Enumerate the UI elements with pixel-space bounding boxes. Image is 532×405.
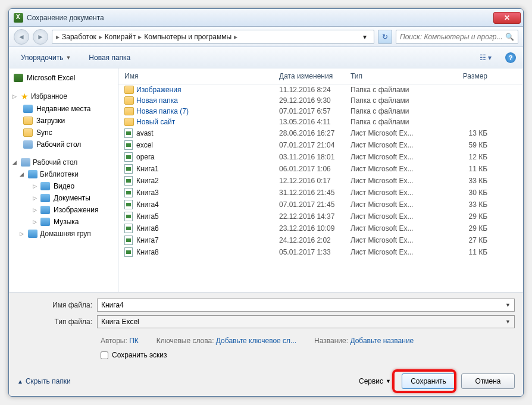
file-name: Книга6 [136, 224, 279, 233]
organize-button[interactable]: Упорядочить▼ [16, 51, 76, 64]
excel-file-icon [124, 152, 136, 162]
file-row[interactable]: Книга4 07.01.2017 21:45 Лист Microsoft E… [118, 199, 523, 211]
hide-folders-button[interactable]: ▲Скрыть папки [17, 377, 71, 385]
filetype-field[interactable]: Книга Excel ▼ [97, 315, 515, 328]
sidebar-homegroup[interactable]: ▷Домашняя груп [9, 228, 118, 240]
col-size[interactable]: Размер [440, 72, 487, 80]
file-type: Лист Microsoft Ex... [351, 177, 440, 185]
search-input[interactable] [400, 33, 503, 41]
file-row[interactable]: Изображения 11.12.2016 8:24 Папка с файл… [118, 84, 523, 95]
cancel-button[interactable]: Отмена [461, 373, 515, 389]
file-date: 28.06.2016 16:27 [279, 129, 351, 137]
file-row[interactable]: avast 28.06.2016 16:27 Лист Microsoft Ex… [118, 127, 523, 139]
file-size: 59 КБ [440, 141, 487, 149]
file-date: 11.12.2016 8:24 [279, 86, 351, 94]
sidebar: Microsoft Excel ▷★Избранное Недавние мес… [9, 68, 118, 292]
file-type: Лист Microsoft Ex... [351, 200, 440, 209]
file-row[interactable]: Книга8 05.01.2017 1:33 Лист Microsoft Ex… [118, 246, 523, 258]
excel-file-icon [124, 176, 136, 186]
keywords-label: Ключевые слова: [157, 337, 214, 345]
breadcrumb-item[interactable]: Компьютеры и программы [144, 33, 231, 41]
search-icon: 🔍 [505, 33, 514, 41]
file-row[interactable]: Книга7 24.12.2016 2:02 Лист Microsoft Ex… [118, 234, 523, 246]
sidebar-favorites[interactable]: ▷★Избранное [9, 90, 118, 103]
sidebar-app[interactable]: Microsoft Excel [9, 72, 118, 84]
thumbnail-label: Сохранить эскиз [112, 351, 167, 359]
sidebar-item-sync[interactable]: Sync [9, 127, 118, 139]
sidebar-item-video[interactable]: ▷Видео [9, 180, 118, 192]
filename-input[interactable] [101, 301, 511, 309]
folder-icon [124, 96, 136, 105]
col-type[interactable]: Тип [351, 72, 440, 80]
sidebar-item-documents[interactable]: ▷Документы [9, 192, 118, 204]
file-date: 31.12.2016 21:45 [279, 189, 351, 197]
keywords-value[interactable]: Добавьте ключевое сл... [216, 337, 296, 345]
thumbnail-checkbox[interactable] [101, 351, 108, 359]
file-date: 29.12.2016 9:30 [279, 96, 351, 105]
close-button[interactable]: ✕ [493, 12, 521, 24]
filename-dropdown[interactable]: ▼ [505, 302, 511, 308]
file-size: 13 КБ [440, 129, 487, 137]
file-size: 33 КБ [440, 200, 487, 209]
file-row[interactable]: opera 03.11.2016 18:01 Лист Microsoft Ex… [118, 151, 523, 163]
file-type: Папка с файлами [351, 86, 440, 94]
file-row[interactable]: Книга3 31.12.2016 21:45 Лист Microsoft E… [118, 187, 523, 199]
file-date: 05.01.2017 1:33 [279, 248, 351, 256]
file-row[interactable]: Новый сайт 13.05.2016 4:11 Папка с файла… [118, 117, 523, 127]
service-button[interactable]: Сервис▼ [354, 375, 396, 387]
col-date[interactable]: Дата изменения [279, 72, 351, 80]
refresh-button[interactable]: ↻ [378, 30, 392, 44]
file-row[interactable]: Книга5 22.12.2016 14:37 Лист Microsoft E… [118, 211, 523, 222]
filetype-dropdown[interactable]: ▼ [505, 319, 511, 325]
file-date: 06.01.2017 1:06 [279, 165, 351, 173]
breadcrumb-sep: ▸ [56, 33, 60, 41]
title-label: Название: [314, 337, 348, 345]
file-row[interactable]: Книга2 12.12.2016 0:17 Лист Microsoft Ex… [118, 175, 523, 187]
excel-file-icon [124, 212, 136, 221]
excel-file-icon [124, 140, 136, 150]
sidebar-libraries[interactable]: ◢Библиотеки [9, 168, 118, 180]
file-row[interactable]: Новая папка (7) 07.01.2017 6:57 Папка с … [118, 106, 523, 117]
sidebar-item-music[interactable]: ▷Музыка [9, 216, 118, 228]
view-options-button[interactable]: ☷ ▾ [474, 52, 497, 64]
file-row[interactable]: Книга6 23.12.2016 10:09 Лист Microsoft E… [118, 222, 523, 234]
titlebar: Сохранение документа ✕ [9, 9, 523, 27]
breadcrumb-item[interactable]: Заработок [62, 33, 96, 41]
search-box[interactable]: 🔍 [396, 30, 518, 44]
excel-file-icon [124, 164, 136, 174]
help-icon[interactable]: ? [505, 52, 516, 63]
save-dialog: Сохранение документа ✕ ◄ ► ▸ Заработок ▸… [8, 8, 524, 397]
breadcrumb[interactable]: ▸ Заработок ▸ Копирайт ▸ Компьютеры и пр… [52, 30, 374, 44]
file-row[interactable]: excel 07.01.2017 21:04 Лист Microsoft Ex… [118, 139, 523, 151]
title-value[interactable]: Добавьте название [350, 337, 414, 345]
window-title: Сохранение документа [27, 14, 493, 22]
file-type: Папка с файлами [351, 96, 440, 105]
file-row[interactable]: Книга1 06.01.2017 1:06 Лист Microsoft Ex… [118, 163, 523, 175]
list-header[interactable]: Имя Дата изменения Тип Размер [118, 68, 523, 84]
sidebar-desktop-group[interactable]: ◢Рабочий стол [9, 156, 118, 168]
file-date: 23.12.2016 10:09 [279, 224, 351, 233]
file-row[interactable]: Новая папка 29.12.2016 9:30 Папка с файл… [118, 95, 523, 106]
sidebar-item-recent[interactable]: Недавние места [9, 103, 118, 115]
back-button[interactable]: ◄ [14, 29, 29, 45]
save-button[interactable]: Сохранить [402, 373, 455, 389]
sidebar-item-pictures[interactable]: ▷Изображения [9, 204, 118, 216]
file-date: 03.11.2016 18:01 [279, 153, 351, 161]
filename-field[interactable]: ▼ [97, 299, 515, 312]
col-name[interactable]: Имя [124, 72, 279, 80]
footer: ▲Скрыть папки Сервис▼ Сохранить Отмена [9, 366, 523, 396]
sidebar-item-desktop[interactable]: Рабочий стол [9, 139, 118, 150]
file-date: 07.01.2017 6:57 [279, 107, 351, 115]
sidebar-item-downloads[interactable]: Загрузки [9, 115, 118, 127]
authors-value[interactable]: ПК [129, 337, 139, 345]
file-name: avast [136, 129, 279, 137]
file-name: Новая папка (7) [136, 107, 279, 115]
forward-button[interactable]: ► [33, 29, 48, 45]
file-size: 12 КБ [440, 153, 487, 161]
excel-file-icon [124, 200, 136, 209]
new-folder-button[interactable]: Новая папка [84, 51, 135, 64]
file-name: excel [136, 141, 279, 149]
breadcrumb-dropdown[interactable]: ▾ [359, 33, 370, 41]
file-type: Лист Microsoft Ex... [351, 236, 440, 244]
breadcrumb-item[interactable]: Копирайт [105, 33, 136, 41]
